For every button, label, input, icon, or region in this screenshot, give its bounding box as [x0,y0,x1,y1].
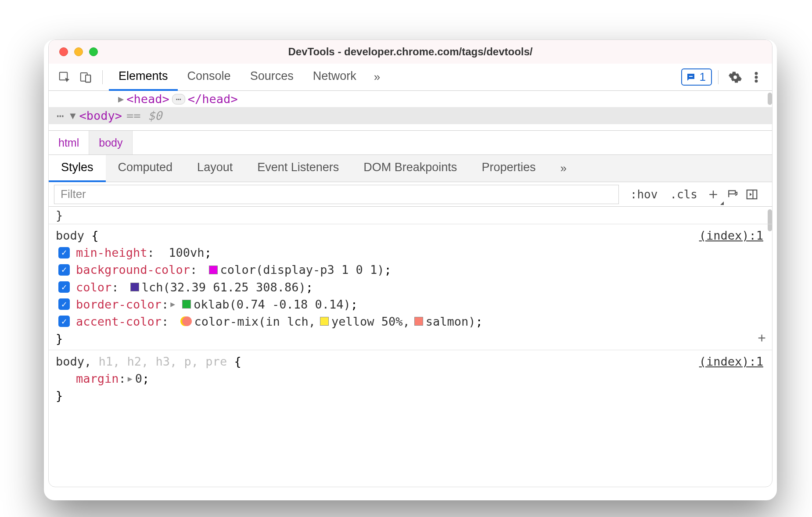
toggle-declaration-checkbox[interactable] [58,316,70,327]
property-value[interactable]: yellow 50%, [331,313,410,330]
crumb-body[interactable]: body [89,131,133,154]
declaration[interactable]: min-height: 100vh; [56,244,765,261]
tab-network[interactable]: Network [303,64,366,91]
property-value[interactable]: color-mix(in lch, [194,313,316,330]
color-swatch-icon[interactable] [414,317,423,326]
subtab-dom-breakpoints[interactable]: DOM Breakpoints [351,155,469,182]
styles-panel-tabs: Styles Computed Layout Event Listeners D… [49,155,772,182]
property-value[interactable]: lch(32.39 61.25 308.86) [142,279,306,296]
head-close-tag: </head> [188,92,238,106]
property-value[interactable]: 0 [135,370,142,387]
property-value[interactable]: oklab(0.74 -0.18 0.14) [194,296,351,313]
rule-close-brace: } [56,330,765,347]
toggle-computed-sidebar-icon[interactable] [742,185,762,204]
declaration[interactable]: border-color: ▶ oklab(0.74 -0.18 0.14); [56,296,765,313]
breadcrumb: html body [49,130,772,155]
crumb-html[interactable]: html [49,131,89,154]
svg-rect-2 [86,75,90,82]
svg-point-6 [755,76,758,78]
new-style-rule-icon[interactable] [704,185,723,204]
maximize-window-button[interactable] [89,47,98,56]
property-name[interactable]: border-color [76,296,162,313]
rule-selector[interactable]: body, h1, h2, h3, p, pre [56,355,227,368]
toggle-declaration-checkbox[interactable] [58,298,70,310]
body-open-tag: <body> [79,109,122,122]
selected-eq: == [126,109,141,122]
add-declaration-icon[interactable]: + [758,328,766,348]
dom-tree[interactable]: ▶ <head> ⋯ </head> ⋯ ▼ <body> == $0 [49,91,772,130]
collapsed-content-icon[interactable]: ⋯ [172,94,185,104]
main-toolbar: Elements Console Sources Network » 1 [49,64,772,91]
paint-flashing-icon[interactable] [723,185,742,204]
color-swatch-icon[interactable] [130,283,139,291]
property-value[interactable]: 100vh [169,244,204,261]
prev-rule-close-brace: } [49,207,772,224]
separator [102,70,103,84]
toggle-declaration-checkbox[interactable] [58,264,70,276]
traffic-lights [59,47,98,56]
color-swatch-icon[interactable] [209,266,218,274]
styles-filter-input[interactable] [54,185,619,204]
declaration[interactable]: color: lch(32.39 61.25 308.86); [56,279,765,296]
settings-icon[interactable] [725,67,746,88]
rule-close-brace: } [56,387,765,404]
declaration[interactable]: margin: ▶ 0; [56,370,765,387]
device-toggle-icon[interactable] [75,67,96,88]
issues-badge[interactable]: 1 [681,68,712,86]
property-name[interactable]: accent-color [76,313,162,330]
svg-point-5 [755,72,758,74]
kebab-menu-icon[interactable] [746,67,767,88]
issue-icon [686,72,696,83]
color-swatch-icon[interactable] [182,300,191,309]
subtab-computed[interactable]: Computed [106,155,185,182]
tab-sources[interactable]: Sources [241,64,303,91]
expand-shorthand-icon[interactable]: ▶ [128,373,133,384]
style-rule[interactable]: body { (index):1 min-height: 100vh; back… [49,224,772,350]
property-name[interactable]: color [76,279,111,296]
tab-elements[interactable]: Elements [109,64,178,91]
property-name[interactable]: background-color [76,261,190,278]
styles-rules: } body { (index):1 min-height: 100vh; ba… [49,207,772,452]
subtab-layout[interactable]: Layout [185,155,245,182]
window-title: DevTools - developer.chrome.com/tags/dev… [49,46,772,58]
expand-shorthand-icon[interactable]: ▶ [170,298,175,310]
main-tabs: Elements Console Sources Network » [109,64,388,91]
property-name[interactable]: margin [76,370,119,387]
collapse-arrow-icon[interactable]: ▼ [70,110,75,121]
titlebar: DevTools - developer.chrome.com/tags/dev… [49,40,772,64]
separator [718,70,719,84]
expand-arrow-icon[interactable]: ▶ [118,93,124,104]
declaration[interactable]: accent-color: color-mix(in lch, yellow 5… [56,313,765,330]
devtools-window: DevTools - developer.chrome.com/tags/dev… [48,39,772,487]
close-window-button[interactable] [59,47,68,56]
more-tabs-icon[interactable]: » [366,64,388,91]
color-swatch-icon[interactable] [320,317,329,326]
declaration[interactable]: background-color: color(display-p3 1 0 1… [56,261,765,278]
style-rule[interactable]: body, h1, h2, h3, p, pre { (index):1 mar… [49,350,772,407]
property-name[interactable]: min-height [76,244,147,261]
toggle-hov-button[interactable]: :hov [624,188,664,201]
tab-console[interactable]: Console [178,64,241,91]
selected-var: $0 [141,109,162,122]
subtab-styles[interactable]: Styles [49,155,106,182]
more-subtabs-icon[interactable]: » [552,162,574,175]
head-open-tag: <head> [126,92,169,106]
rule-source-link[interactable]: (index):1 [699,227,763,244]
property-value[interactable]: color(display-p3 1 0 1) [220,261,384,278]
subtab-properties[interactable]: Properties [469,155,548,182]
svg-rect-4 [689,76,693,77]
dom-body-line-selected[interactable]: ⋯ ▼ <body> == $0 [49,107,772,124]
toggle-declaration-checkbox[interactable] [58,281,70,293]
subtab-event-listeners[interactable]: Event Listeners [245,155,351,182]
ancestor-ellipsis: ⋯ [49,109,70,122]
rule-selector[interactable]: body [56,229,84,242]
property-value[interactable]: salmon) [426,313,476,330]
styles-filter-bar: :hov .cls [49,182,772,207]
toggle-declaration-checkbox[interactable] [58,247,70,258]
rule-source-link[interactable]: (index):1 [699,353,763,370]
inspect-element-icon[interactable] [54,67,75,88]
dom-head-line[interactable]: ▶ <head> ⋯ </head> [49,91,772,107]
minimize-window-button[interactable] [74,47,83,56]
color-mix-swatch-icon[interactable] [180,316,192,327]
toggle-cls-button[interactable]: .cls [664,188,704,201]
